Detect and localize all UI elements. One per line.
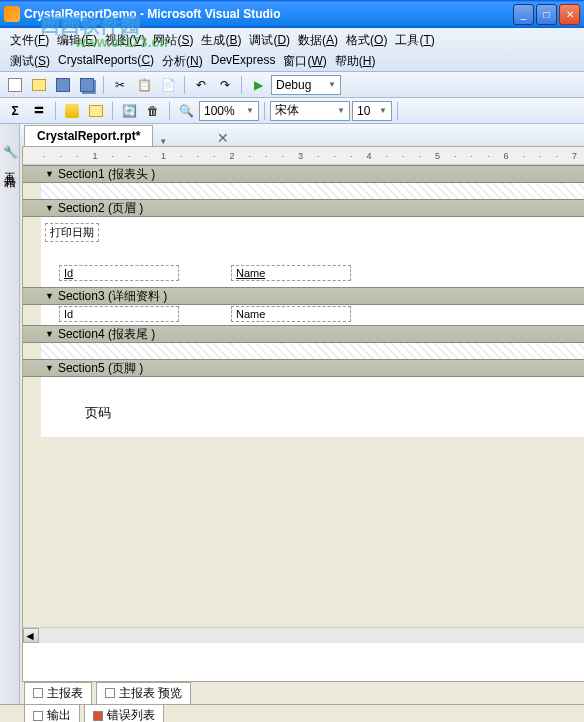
toolbar-format: Σ 〓 🔄 🗑 🔍 100%▼ 宋体▼ 10▼ [0, 98, 584, 124]
tab-close-button[interactable]: ✕ [217, 130, 229, 146]
maximize-button[interactable]: □ [536, 4, 557, 25]
report-canvas[interactable]: ···1···1···2···3···4···5···6···7···8 ▼Se… [22, 146, 584, 682]
refresh-button[interactable]: 🔄 [118, 100, 140, 122]
tab-output[interactable]: 输出 [24, 704, 80, 722]
field-header-id[interactable]: Id [59, 265, 179, 281]
field-header-name[interactable]: Name [231, 265, 351, 281]
menu-分析[interactable]: 分析(N) [158, 51, 207, 72]
window-title: CrystalReportDemo - Microsoft Visual Stu… [24, 7, 513, 21]
menu-网站[interactable]: 网站(S) [149, 30, 197, 51]
minimize-button[interactable]: _ [513, 4, 534, 25]
field-print-date[interactable]: 打印日期 [45, 223, 99, 242]
doc-tab-report[interactable]: CrystalReport.rpt* [24, 125, 153, 146]
section5-header[interactable]: ▼Section5 (页脚 ) [23, 359, 584, 377]
section2-header[interactable]: ▼Section2 (页眉 ) [23, 199, 584, 217]
font-combo[interactable]: 宋体▼ [270, 101, 350, 121]
copy-button[interactable]: 📋 [133, 74, 155, 96]
field-detail-id[interactable]: Id [59, 306, 179, 322]
save-button[interactable] [52, 74, 74, 96]
menu-调试[interactable]: 调试(D) [245, 30, 294, 51]
close-button[interactable]: ✕ [559, 4, 580, 25]
folder-button[interactable] [85, 100, 107, 122]
menu-格式[interactable]: 格式(O) [342, 30, 391, 51]
undo-button[interactable]: ↶ [190, 74, 212, 96]
paste-button[interactable]: 📄 [157, 74, 179, 96]
menu-DevExpress[interactable]: DevExpress [207, 51, 280, 72]
app-icon [4, 6, 20, 22]
tab-errors[interactable]: 错误列表 [84, 704, 164, 722]
titlebar: CrystalReportDemo - Microsoft Visual Stu… [0, 0, 584, 28]
menu-生成[interactable]: 生成(B) [197, 30, 245, 51]
tab-dropdown[interactable]: ▼ [159, 137, 167, 146]
field-page-number[interactable]: 页码 [81, 403, 115, 423]
sigma-button[interactable]: Σ [4, 100, 26, 122]
cut-button[interactable]: ✂ [109, 74, 131, 96]
tab-preview[interactable]: 主报表 预览 [96, 682, 191, 705]
menu-测试[interactable]: 测试(S) [6, 51, 54, 72]
new-button[interactable] [4, 74, 26, 96]
db-button[interactable] [61, 100, 83, 122]
tab-main-report[interactable]: 主报表 [24, 682, 92, 705]
menubar: 文件(F)编辑(E)视图(V)网站(S)生成(B)调试(D)数据(A)格式(O)… [0, 28, 584, 72]
menu-窗口[interactable]: 窗口(W) [279, 51, 330, 72]
config-combo[interactable]: Debug▼ [271, 75, 341, 95]
save-all-button[interactable] [76, 74, 98, 96]
menu-数据[interactable]: 数据(A) [294, 30, 342, 51]
group-button[interactable]: 〓 [28, 100, 50, 122]
run-button[interactable]: ▶ [247, 74, 269, 96]
document-tabs: CrystalReport.rpt* ▼ ✕ [20, 124, 584, 146]
toolbox-strip[interactable]: 🔧 工具箱 [0, 124, 20, 704]
field-detail-name[interactable]: Name [231, 306, 351, 322]
section4-header[interactable]: ▼Section4 (报表尾 ) [23, 325, 584, 343]
menu-编辑[interactable]: 编辑(E) [53, 30, 101, 51]
ruler: ···1···1···2···3···4···5···6···7···8 [23, 147, 584, 165]
menu-工具[interactable]: 工具(T) [391, 30, 438, 51]
redo-button[interactable]: ↷ [214, 74, 236, 96]
clear-button[interactable]: 🗑 [142, 100, 164, 122]
section1-header[interactable]: ▼Section1 (报表头 ) [23, 165, 584, 183]
zoom-button[interactable]: 🔍 [175, 100, 197, 122]
open-button[interactable] [28, 74, 50, 96]
menu-帮助[interactable]: 帮助(H) [331, 51, 380, 72]
menu-视图[interactable]: 视图(V) [101, 30, 149, 51]
h-scrollbar[interactable]: ◄► [23, 627, 584, 643]
menu-CrystalReports[interactable]: CrystalReports(C) [54, 51, 158, 72]
section3-header[interactable]: ▼Section3 (详细资料 ) [23, 287, 584, 305]
menu-文件[interactable]: 文件(F) [6, 30, 53, 51]
zoom-combo[interactable]: 100%▼ [199, 101, 259, 121]
size-combo[interactable]: 10▼ [352, 101, 392, 121]
toolbar-main: ✂ 📋 📄 ↶ ↷ ▶ Debug▼ [0, 72, 584, 98]
